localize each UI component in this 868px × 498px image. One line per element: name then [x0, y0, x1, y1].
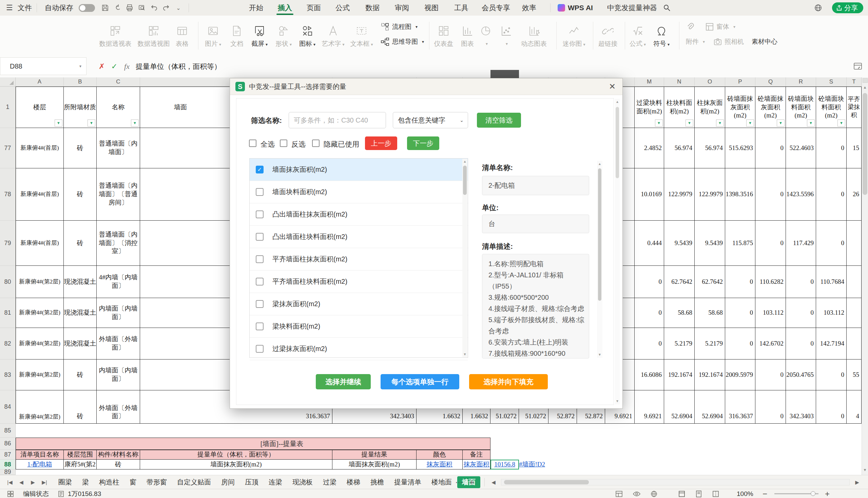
cell[interactable]: 192.1674 [664, 359, 695, 390]
scroll-up-icon[interactable]: ▲ [862, 83, 868, 91]
bottom-header-cell[interactable]: 提量结果 [333, 450, 417, 460]
header-cell[interactable]: 柱抹灰面积(m2) [695, 87, 725, 128]
cell[interactable]: 砖 [64, 221, 97, 266]
cell[interactable]: 122.9979 [664, 168, 695, 221]
ribbon-scatter-chart-button[interactable]: ▾ [492, 19, 520, 53]
option-checkbox[interactable]: ✓ [256, 345, 263, 353]
cell[interactable]: 122.9979 [695, 168, 725, 221]
scroll-left-icon[interactable]: ◀ [488, 475, 499, 489]
cell[interactable]: 117.429 [786, 221, 816, 266]
cell[interactable]: 62.7642 [664, 266, 695, 298]
name-box-dropdown-icon[interactable]: ▾ [79, 64, 81, 68]
confirm-edit-icon[interactable]: ✓ [109, 61, 120, 72]
option-checkbox[interactable]: ✓ [256, 166, 263, 173]
sheet-tab[interactable]: 楼地面 [427, 475, 457, 489]
header-cell[interactable]: 砼墙面块料面积(m2) [816, 87, 846, 128]
list-item[interactable]: ✓ 梁抹灰面积(m2) [250, 293, 468, 315]
column-header[interactable]: M [635, 77, 664, 87]
cell[interactable]: 新康俯4#(首层) [16, 221, 64, 266]
scroll-up-icon[interactable]: ▲ [615, 99, 620, 105]
vertical-scrollbar[interactable]: ▲ ▼ [862, 77, 868, 475]
sheet-tab[interactable]: 窗 [125, 475, 141, 489]
cell[interactable]: 康府5#(第2 [64, 460, 97, 470]
header-cell[interactable]: 楼层 [16, 87, 64, 128]
add-sheet-icon[interactable]: + [467, 475, 477, 489]
header-cell[interactable]: 过梁块料面积(m2) [635, 87, 664, 128]
ribbon-mindmap-button[interactable]: 思维导图▾ [381, 37, 424, 47]
header-cell[interactable]: 砼墙面抹灰面积(m2) [755, 87, 786, 128]
list-item[interactable]: ✓ 平齐墙面柱抹灰面积(m2) [250, 248, 468, 271]
row-header[interactable]: 87 [0, 450, 16, 460]
column-header[interactable]: O [695, 77, 725, 87]
row-header[interactable]: 85 [0, 424, 16, 437]
cell[interactable]: 0 [816, 359, 846, 390]
column-header[interactable]: C [97, 77, 140, 87]
next-sheet-icon[interactable]: ▶ [28, 475, 38, 489]
table-view-icon[interactable] [616, 489, 622, 498]
last-sheet-icon[interactable]: ▶| [39, 475, 50, 489]
list-item[interactable]: ✓ 墙面块料面积(m2) [250, 181, 468, 204]
cell[interactable]: 142.6702 [755, 328, 786, 359]
cell[interactable] [846, 221, 862, 266]
row-header[interactable]: 81 [0, 298, 16, 328]
cell[interactable]: 0 [725, 266, 755, 298]
list-item[interactable]: ✓ 墙面抹灰面积(m2) [250, 158, 468, 181]
each-option-own-row-button[interactable]: 每个选项单独一行 [381, 374, 459, 389]
cell[interactable]: 外墙面〔外墙面〕 [97, 390, 140, 424]
invert-selection-checkbox[interactable] [280, 140, 287, 147]
cell[interactable]: 新康俯4#(第2层) [16, 390, 64, 424]
cell[interactable]: 普通墙面〔内墙面〕 [97, 128, 140, 168]
menu-tab[interactable]: 公式 [328, 0, 357, 16]
cell[interactable]: 52.6904 [664, 390, 695, 424]
ribbon-pivot-table-button[interactable]: 数据透视表 [97, 19, 134, 53]
ribbon-asset-center-button[interactable]: 素材中心 [752, 37, 777, 47]
cell[interactable]: 103.112 [816, 298, 846, 328]
zoom-in-icon[interactable]: + [825, 489, 830, 498]
cell[interactable]: 砖 [64, 390, 97, 424]
cell[interactable]: 2050.4765 [786, 359, 816, 390]
header-cell[interactable]: 柱块料面积(m2) [664, 87, 695, 128]
option-checkbox[interactable]: ✓ [256, 278, 263, 286]
menu-tab[interactable]: 工具 [447, 0, 476, 16]
sheet-tab[interactable]: 带形窗 [142, 475, 172, 489]
cell[interactable]: 新康俯4#(第2层) [16, 328, 64, 359]
split-handle[interactable] [863, 78, 868, 83]
cell[interactable]: 9.5439 [664, 221, 695, 266]
cell[interactable]: 0 [755, 390, 786, 424]
menu-tab[interactable]: 页面 [299, 0, 328, 16]
cell[interactable]: 15 [846, 128, 862, 168]
ribbon-attachment-button[interactable]: 附件▾ [686, 37, 705, 47]
cell[interactable]: 现浇混凝土 [64, 266, 97, 298]
scrollbar-thumb[interactable] [463, 166, 467, 195]
cell[interactable]: 砖 [64, 128, 97, 168]
cell[interactable]: 56.974 [664, 128, 695, 168]
cell[interactable]: 现浇混凝土 [64, 328, 97, 359]
menu-tab[interactable]: 审阅 [388, 0, 417, 16]
globe-status-icon[interactable] [651, 489, 657, 498]
more-sheets-icon[interactable]: ⋯ [454, 475, 464, 489]
cell[interactable]: 58.68 [664, 298, 695, 328]
list-scrollbar[interactable]: ▲ ▼ [462, 159, 467, 357]
cell[interactable]: 0 [755, 221, 786, 266]
cell[interactable]: 52.6904 [695, 390, 725, 424]
autosave-toggle[interactable] [79, 4, 95, 12]
sheet-tab[interactable]: 构造柱 [94, 475, 124, 489]
scroll-up-icon[interactable]: ▲ [462, 159, 467, 164]
plugin-tab[interactable]: 中竞发提量神器 [607, 0, 657, 16]
cell[interactable]: 110.6282 [755, 266, 786, 298]
export-icon[interactable] [113, 3, 122, 13]
cell[interactable]: 普通墙面〔内墙面〕〔消控室〕 [97, 221, 140, 266]
cell[interactable]: 新康俯4#(首层) [16, 128, 64, 168]
select-all-checkbox[interactable] [249, 140, 256, 147]
cell[interactable]: 砖 [64, 168, 97, 221]
next-step-button[interactable]: 下一步 [407, 136, 439, 150]
menu-tab[interactable]: 视图 [417, 0, 446, 16]
row-header[interactable]: 86 [0, 437, 16, 450]
cell[interactable]: 砖 [97, 460, 140, 470]
cell[interactable]: 9.5439 [695, 221, 725, 266]
cell[interactable]: 0 [755, 359, 786, 390]
zoom-out-icon[interactable]: − [762, 489, 767, 498]
column-header[interactable]: Q [755, 77, 786, 87]
page-break-view-icon[interactable] [712, 489, 719, 498]
header-cell[interactable]: 平齐 梁抹 积 [846, 87, 862, 128]
